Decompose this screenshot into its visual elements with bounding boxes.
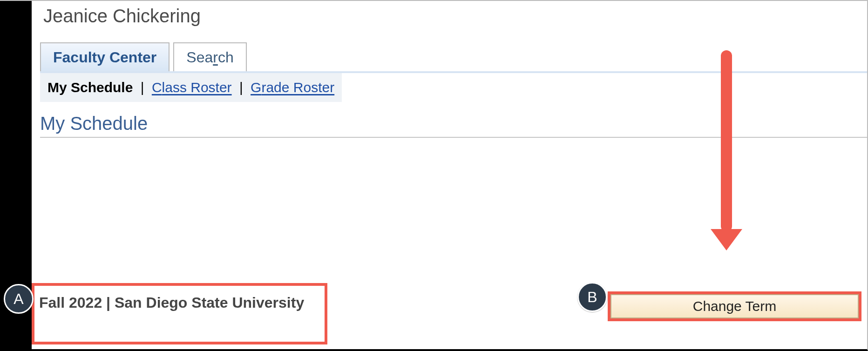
section-title-my-schedule: My Schedule xyxy=(40,113,867,134)
annotation-arrow xyxy=(711,50,742,250)
class-roster-accelerator: C xyxy=(152,80,162,95)
grade-roster-rest: rade Roster xyxy=(261,80,334,95)
subnav-separator-1: | xyxy=(141,80,148,95)
class-roster-rest: lass Roster xyxy=(162,80,232,95)
current-term-label: Fall 2022 | San Diego State University xyxy=(39,291,320,315)
tab-search-accelerator: r xyxy=(213,49,218,66)
annotation-badge-b: B xyxy=(577,282,607,312)
tab-search-pre: Sea xyxy=(186,49,213,66)
subnav-my-schedule[interactable]: My Schedule xyxy=(47,80,133,95)
change-term-button[interactable]: Change Term xyxy=(610,294,859,318)
arrow-shaft-icon xyxy=(721,50,732,232)
current-term-box: Fall 2022 | San Diego State University xyxy=(32,283,327,344)
user-name-heading: Jeanice Chickering xyxy=(43,6,867,27)
section-divider xyxy=(40,137,867,138)
tab-search-post: ch xyxy=(218,49,234,66)
bottom-band: Fall 2022 | San Diego State University C… xyxy=(32,282,866,349)
app-frame: Jeanice Chickering Faculty Center Search… xyxy=(0,0,868,351)
subnav-grade-roster[interactable]: Grade Roster xyxy=(251,80,334,95)
tab-faculty-center[interactable]: Faculty Center xyxy=(40,42,170,71)
grade-roster-accelerator: G xyxy=(251,80,261,95)
tab-search[interactable]: Search xyxy=(173,42,246,71)
arrow-head-icon xyxy=(711,229,742,250)
subnav-separator-2: | xyxy=(239,80,247,95)
change-term-highlight: Change Term xyxy=(608,291,861,321)
tab-row: Faculty Center Search xyxy=(40,40,867,73)
subnav-class-roster[interactable]: Class Roster xyxy=(152,80,232,95)
annotation-badge-a: A xyxy=(4,284,34,314)
subnav: My Schedule | Class Roster | Grade Roste… xyxy=(40,73,342,102)
